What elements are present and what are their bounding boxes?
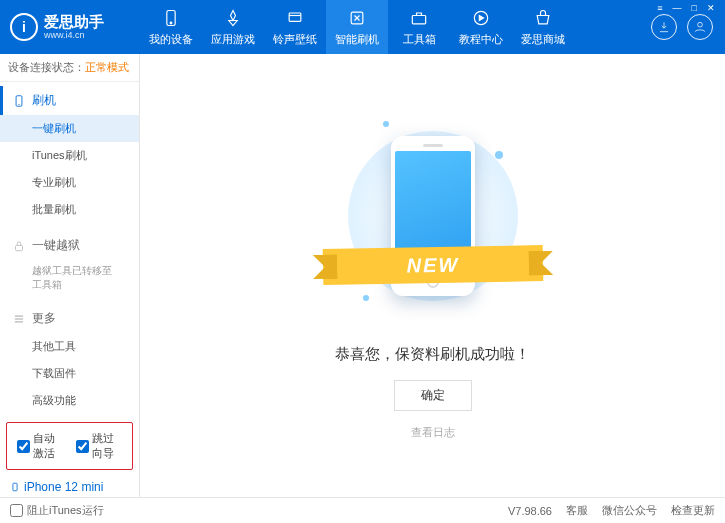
svg-rect-2 [289,13,301,21]
nav-label: 智能刷机 [335,32,379,47]
sidebar-item-flash-1[interactable]: iTunes刷机 [0,142,139,169]
logo-area: i 爱思助手 www.i4.cn [0,13,140,41]
jailbreak-note: 越狱工具已转移至 工具箱 [0,260,139,296]
nav-apps[interactable]: 应用游戏 [202,0,264,54]
nav-flash[interactable]: 智能刷机 [326,0,388,54]
body-area: 设备连接状态：正常模式 刷机 一键刷机iTunes刷机专业刷机批量刷机 一键越狱… [0,54,725,497]
wechat-link[interactable]: 微信公众号 [602,503,657,518]
nav-toolbox[interactable]: 工具箱 [388,0,450,54]
nav-label: 应用游戏 [211,32,255,47]
skip-guide-label: 跳过向导 [92,431,123,461]
nav-store[interactable]: 爱思商城 [512,0,574,54]
footer: 阻止iTunes运行 V7.98.66 客服 微信公众号 检查更新 [0,497,725,523]
content-area: NEW 恭喜您，保资料刷机成功啦！ 确定 查看日志 [140,54,725,497]
sidebar-item-flash-2[interactable]: 专业刷机 [0,169,139,196]
toolbox-icon [409,8,429,28]
connection-status: 设备连接状态：正常模式 [0,54,139,82]
svg-rect-10 [13,483,17,491]
sidebar-header-more[interactable]: 更多 [0,304,139,333]
window-minimize-button[interactable]: — [669,2,686,14]
titlebar-actions [651,14,725,40]
status-label: 设备连接状态： [8,61,85,73]
sidebar-item-more-0[interactable]: 其他工具 [0,333,139,360]
nav-ringtones[interactable]: 铃声壁纸 [264,0,326,54]
ringtones-icon [285,8,305,28]
confirm-button[interactable]: 确定 [394,380,472,411]
sidebar-item-more-1[interactable]: 下载固件 [0,360,139,387]
sidebar-item-flash-3[interactable]: 批量刷机 [0,196,139,223]
nav-label: 铃声壁纸 [273,32,317,47]
nav-devices[interactable]: 我的设备 [140,0,202,54]
nav-label: 教程中心 [459,32,503,47]
titlebar: i 爱思助手 www.i4.cn 我的设备应用游戏铃声壁纸智能刷机工具箱教程中心… [0,0,725,54]
block-itunes-label: 阻止iTunes运行 [27,503,104,518]
support-link[interactable]: 客服 [566,503,588,518]
window-maximize-button[interactable]: □ [688,2,701,14]
apps-icon [223,8,243,28]
window-controls: ≡ — □ ✕ [653,2,719,14]
nav-label: 工具箱 [403,32,436,47]
version-label: V7.98.66 [508,505,552,517]
sidebar-item-flash-0[interactable]: 一键刷机 [0,115,139,142]
sidebar-header-flash[interactable]: 刷机 [0,86,139,115]
sidebar-header-more-label: 更多 [32,310,56,327]
nav-tutorials[interactable]: 教程中心 [450,0,512,54]
tutorials-icon [471,8,491,28]
logo-icon: i [10,13,38,41]
main-nav: 我的设备应用游戏铃声壁纸智能刷机工具箱教程中心爱思商城 [140,0,651,54]
app-url: www.i4.cn [44,30,104,40]
sidebar: 设备连接状态：正常模式 刷机 一键刷机iTunes刷机专业刷机批量刷机 一键越狱… [0,54,140,497]
sidebar-item-more-2[interactable]: 高级功能 [0,387,139,414]
sidebar-header-jailbreak-label: 一键越狱 [32,237,80,254]
store-icon [533,8,553,28]
window-settings-button[interactable]: ≡ [653,2,666,14]
auto-activate-checkbox[interactable]: 自动激活 [17,431,64,461]
block-itunes-checkbox[interactable]: 阻止iTunes运行 [10,503,104,518]
svg-point-6 [698,22,703,27]
check-update-link[interactable]: 检查更新 [671,503,715,518]
sidebar-section-more: 更多 其他工具下载固件高级功能 [0,300,139,418]
user-icon[interactable] [687,14,713,40]
lock-icon [12,239,26,253]
phone-icon [12,94,26,108]
svg-rect-9 [16,245,23,250]
menu-icon [12,312,26,326]
nav-label: 爱思商城 [521,32,565,47]
view-log-link[interactable]: 查看日志 [411,425,455,440]
flash-options-row: 自动激活 跳过向导 [6,422,133,470]
success-illustration: NEW [353,111,513,321]
app-window: ≡ — □ ✕ i 爱思助手 www.i4.cn 我的设备应用游戏铃声壁纸智能刷… [0,0,725,523]
new-ribbon: NEW [322,245,543,285]
flash-icon [347,8,367,28]
download-icon[interactable] [651,14,677,40]
app-name: 爱思助手 [44,14,104,31]
svg-point-8 [18,103,19,104]
device-icon [10,480,20,494]
sidebar-header-jailbreak[interactable]: 一键越狱 [0,231,139,260]
skip-guide-checkbox[interactable]: 跳过向导 [76,431,123,461]
device-panel[interactable]: iPhone 12 mini 64GB Down-12mini-13,1 [0,474,139,497]
devices-icon [161,8,181,28]
svg-rect-4 [412,15,425,23]
sidebar-section-jailbreak: 一键越狱 越狱工具已转移至 工具箱 [0,227,139,300]
window-close-button[interactable]: ✕ [703,2,719,14]
success-message: 恭喜您，保资料刷机成功啦！ [335,345,530,364]
sidebar-section-flash: 刷机 一键刷机iTunes刷机专业刷机批量刷机 [0,82,139,227]
auto-activate-label: 自动激活 [33,431,64,461]
sidebar-header-flash-label: 刷机 [32,92,56,109]
svg-point-1 [170,22,172,24]
status-mode: 正常模式 [85,61,129,73]
nav-label: 我的设备 [149,32,193,47]
device-name: iPhone 12 mini [10,480,129,494]
